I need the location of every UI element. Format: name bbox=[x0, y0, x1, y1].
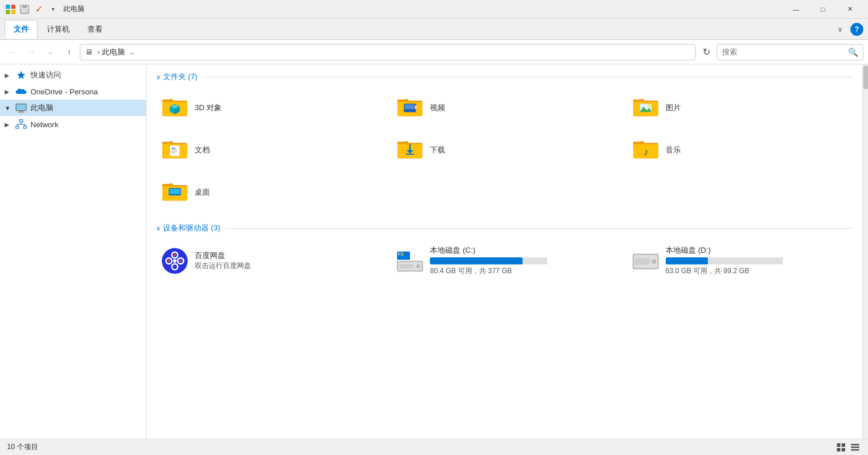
d-drive-bar bbox=[666, 257, 708, 264]
tab-file[interactable]: 文件 bbox=[5, 20, 38, 39]
address-dropdown-arrow[interactable]: ⌵ bbox=[130, 47, 134, 56]
svg-rect-0 bbox=[6, 5, 10, 9]
up-button[interactable]: ↑ bbox=[61, 44, 77, 60]
c-drive-name: 本地磁盘 (C:) bbox=[430, 245, 547, 256]
svg-rect-31 bbox=[172, 148, 175, 149]
svg-rect-68 bbox=[837, 448, 840, 451]
folder-desktop[interactable]: 桌面 bbox=[156, 174, 382, 211]
expand-arrow-this-pc: ▼ bbox=[5, 105, 14, 111]
svg-rect-61 bbox=[399, 264, 413, 268]
d-drive-info: 本地磁盘 (D:) 63.0 GB 可用，共 99.2 GB bbox=[666, 245, 783, 276]
maximize-button[interactable]: □ bbox=[809, 0, 836, 19]
back-button[interactable]: ← bbox=[5, 44, 21, 60]
tab-computer[interactable]: 计算机 bbox=[39, 21, 78, 38]
sidebar-item-this-pc[interactable]: ▼ 此电脑 bbox=[0, 100, 146, 116]
status-bar: 10 个项目 bbox=[0, 439, 868, 455]
svg-rect-57 bbox=[402, 254, 404, 255]
device-c-drive[interactable]: 本地磁盘 (C:) 80.4 GB 可用，共 377 GB bbox=[391, 240, 617, 281]
view-icons bbox=[835, 442, 861, 453]
d-drive-name: 本地磁盘 (D:) bbox=[666, 245, 783, 256]
devices-section-title: 设备和驱动器 (3) bbox=[163, 223, 221, 233]
expand-arrow-onedrive: ▶ bbox=[5, 89, 14, 95]
refresh-button[interactable]: ↻ bbox=[698, 44, 714, 60]
folder-desktop-icon bbox=[161, 178, 189, 206]
baidu-desc: 双击运行百度网盘 bbox=[195, 261, 251, 271]
folder-videos[interactable]: 视频 bbox=[391, 89, 617, 127]
sidebar-label-this-pc: 此电脑 bbox=[30, 103, 53, 113]
svg-rect-34 bbox=[171, 152, 175, 153]
sidebar-label-quick-access: 快速访问 bbox=[30, 70, 61, 80]
folder-pictures[interactable]: 图片 bbox=[627, 89, 853, 127]
ribbon-chevron-down[interactable]: ∨ bbox=[832, 21, 848, 38]
search-input[interactable] bbox=[722, 47, 848, 56]
sidebar-item-quick-access[interactable]: ▶ 快速访问 bbox=[0, 67, 146, 83]
folders-section-header[interactable]: ∨ 文件夹 (7) bbox=[156, 72, 853, 82]
svg-rect-9 bbox=[16, 104, 26, 110]
svg-rect-12 bbox=[19, 120, 23, 122]
scrollbar[interactable] bbox=[862, 64, 868, 439]
title-bar-controls: — □ ✕ bbox=[782, 0, 863, 19]
folder-downloads[interactable]: 下载 bbox=[391, 131, 617, 169]
c-drive-icon bbox=[396, 247, 424, 275]
svg-rect-1 bbox=[11, 5, 15, 9]
svg-rect-56 bbox=[401, 254, 402, 255]
tab-view[interactable]: 查看 bbox=[79, 21, 111, 38]
svg-rect-11 bbox=[18, 112, 25, 113]
svg-rect-66 bbox=[837, 443, 840, 447]
svg-rect-71 bbox=[851, 446, 859, 448]
minimize-button[interactable]: — bbox=[782, 0, 809, 19]
ribbon: 文件 计算机 查看 ∨ ? bbox=[0, 19, 868, 40]
address-input[interactable]: 🖥 › 此电脑 ⌵ bbox=[80, 44, 696, 60]
svg-rect-40 bbox=[169, 189, 180, 194]
folder-documents[interactable]: 文档 bbox=[156, 131, 382, 169]
title-bar-icons: ✓ ▾ bbox=[5, 4, 59, 15]
device-baidu[interactable]: 百度网盘 双击运行百度网盘 bbox=[156, 240, 382, 281]
path-text: 此电脑 bbox=[102, 47, 125, 57]
svg-rect-33 bbox=[171, 151, 177, 152]
check-icon: ✓ bbox=[33, 4, 45, 15]
svg-rect-55 bbox=[402, 253, 404, 254]
folder-documents-icon bbox=[161, 136, 189, 164]
folders-chevron: ∨ bbox=[156, 73, 161, 81]
content-area: ∨ 文件夹 (7) bbox=[147, 64, 862, 439]
svg-text:♪: ♪ bbox=[643, 146, 649, 158]
svg-rect-2 bbox=[6, 10, 10, 14]
d-drive-size: 63.0 GB 可用，共 99.2 GB bbox=[666, 266, 783, 276]
folders-grid: 3D 对象 视频 bbox=[156, 89, 853, 211]
search-box[interactable]: 🔍 bbox=[717, 44, 863, 60]
c-drive-info: 本地磁盘 (C:) 80.4 GB 可用，共 377 GB bbox=[430, 245, 547, 276]
folder-music[interactable]: ♪ 音乐 bbox=[627, 131, 853, 169]
folders-section-title: 文件夹 (7) bbox=[163, 72, 198, 82]
svg-rect-13 bbox=[16, 126, 19, 128]
svg-rect-51 bbox=[398, 252, 403, 256]
sidebar-item-network[interactable]: ▶ Network bbox=[0, 116, 146, 133]
device-d-drive[interactable]: 本地磁盘 (D:) 63.0 GB 可用，共 99.2 GB bbox=[627, 240, 853, 281]
forward-button[interactable]: → bbox=[23, 44, 40, 60]
address-bar: ← → ⌵ ↑ 🖥 › 此电脑 ⌵ ↻ 🔍 bbox=[0, 40, 868, 64]
svg-rect-32 bbox=[171, 150, 177, 150]
svg-rect-5 bbox=[22, 5, 27, 8]
svg-point-48 bbox=[168, 260, 170, 262]
title-bar-title: 此电脑 bbox=[63, 4, 84, 14]
sidebar-item-onedrive[interactable]: ▶ OneDrive - Persona bbox=[0, 83, 146, 100]
pc-icon bbox=[15, 102, 27, 114]
folder-documents-label: 文档 bbox=[195, 145, 210, 155]
ribbon-help[interactable]: ? bbox=[850, 23, 863, 36]
folders-divider bbox=[202, 77, 853, 77]
devices-section-header[interactable]: ∨ 设备和驱动器 (3) bbox=[156, 223, 853, 233]
close-button[interactable]: ✕ bbox=[836, 0, 863, 19]
status-count: 10 个项目 bbox=[7, 442, 38, 452]
expand-arrow: ▶ bbox=[5, 72, 14, 79]
dropdown-icon[interactable]: ▾ bbox=[47, 4, 59, 15]
folder-3d-label: 3D 对象 bbox=[195, 103, 222, 113]
grid-view-button[interactable] bbox=[835, 442, 847, 453]
folder-3d[interactable]: 3D 对象 bbox=[156, 89, 382, 127]
folder-pictures-label: 图片 bbox=[666, 103, 681, 113]
devices-chevron: ∨ bbox=[156, 225, 161, 232]
sidebar-label-network: Network bbox=[30, 120, 59, 129]
list-view-button[interactable] bbox=[849, 442, 861, 453]
svg-rect-72 bbox=[851, 449, 859, 451]
save-icon bbox=[19, 4, 30, 15]
svg-rect-3 bbox=[11, 10, 15, 14]
recent-locations-button[interactable]: ⌵ bbox=[42, 44, 59, 60]
